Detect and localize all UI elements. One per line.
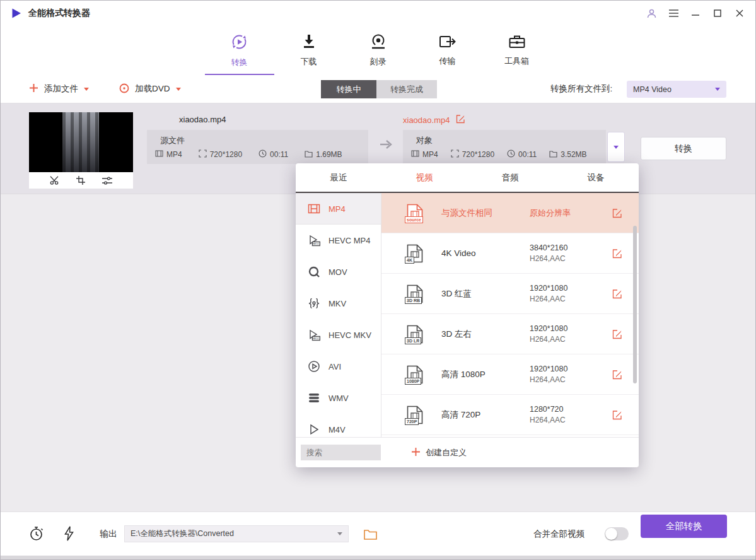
format-item-mov[interactable]: MOV: [296, 256, 381, 288]
main-area: xiaodao.mp4 源文件 MP4 720*1280 00:11 1.69M…: [1, 103, 755, 511]
duration-clock-icon: [259, 149, 267, 160]
load-dvd-button[interactable]: 加载DVD: [119, 75, 181, 103]
format-label: MP4: [329, 204, 346, 214]
video-thumbnail: [29, 112, 133, 172]
maximize-button[interactable]: [712, 8, 723, 19]
schedule-clock-icon[interactable]: [28, 526, 44, 542]
search-input[interactable]: [301, 445, 381, 460]
format-label: M4V: [329, 425, 346, 435]
matroska-braces-icon: [308, 297, 320, 310]
format-item-mp4[interactable]: MP4: [296, 193, 381, 225]
chevron-down-icon: [337, 532, 342, 535]
source-format: MP4: [166, 150, 182, 159]
preset-row-4k-video[interactable]: 4K 4K Video 3840*2160 H264,AAC: [381, 233, 639, 274]
format-item-avi[interactable]: AVI: [296, 351, 381, 382]
preset-row-hd-1080p[interactable]: 1080P 高清 1080P 1920*1080 H264,AAC: [381, 354, 639, 395]
trim-scissors-icon[interactable]: [50, 176, 59, 185]
preset-name: 4K Video: [441, 248, 530, 258]
thumbnail-photo: [62, 112, 99, 172]
app-title: 全能格式转换器: [28, 8, 90, 19]
preset-codec: H264,AAC: [530, 254, 567, 263]
minimize-button[interactable]: [690, 8, 701, 19]
nav-tab-transfer[interactable]: 传输: [413, 26, 482, 75]
load-dvd-caret-icon[interactable]: [176, 88, 181, 91]
format-item-hevc-mp4[interactable]: HEVC HEVC MP4: [296, 225, 381, 256]
nav-label: 刻录: [370, 56, 387, 67]
popup-tab-audio[interactable]: 音频: [467, 163, 553, 192]
file-format-icon: 3D RB: [407, 284, 423, 303]
source-specs: MP4 720*1280 00:11 1.69MB: [155, 149, 342, 160]
edit-preset-icon[interactable]: [612, 370, 622, 380]
output-path-input[interactable]: [131, 530, 337, 539]
effects-sliders-icon[interactable]: [102, 177, 112, 185]
popup-tab-recent[interactable]: 最近: [296, 163, 381, 192]
edit-preset-icon[interactable]: [612, 208, 622, 218]
add-files-label: 添加文件: [44, 83, 78, 95]
file-format-icon: 720P: [407, 405, 423, 424]
add-files-button[interactable]: 添加文件: [29, 75, 89, 103]
tab-converted[interactable]: 转换完成: [376, 80, 437, 98]
convert-all-button[interactable]: 全部转换: [641, 515, 727, 538]
target-format-dropdown-button[interactable]: [607, 132, 625, 162]
high-speed-bolt-icon[interactable]: [64, 526, 74, 541]
crop-icon[interactable]: [76, 176, 85, 185]
toolbar: 添加文件 加载DVD 转换中 转换完成 转换所有文件到: MP4 Video: [1, 75, 755, 103]
target-duration: 00:11: [518, 150, 537, 159]
titlebar: 全能格式转换器: [1, 1, 755, 26]
popup-tab-video[interactable]: 视频: [381, 163, 467, 192]
preset-row-3d-anaglyph[interactable]: 3D RB 3D 红蓝 1920*1080 H264,AAC: [381, 274, 639, 314]
nav-tab-burn[interactable]: 刻录: [344, 26, 413, 75]
preset-row-3d-sbs[interactable]: 3D LR 3D 左右 1920*1080 H264,AAC: [381, 314, 639, 354]
hevc-play-icon: HEVC: [308, 329, 320, 341]
dvd-icon: [119, 83, 129, 95]
create-custom-label: 创建自定义: [426, 447, 467, 458]
plus-icon: [29, 83, 38, 95]
edit-preset-icon[interactable]: [612, 410, 622, 420]
chevron-down-icon: [715, 88, 720, 91]
edit-preset-icon[interactable]: [612, 248, 622, 259]
global-format-select[interactable]: MP4 Video: [627, 81, 726, 98]
convert-file-button[interactable]: 转换: [641, 137, 726, 160]
source-duration: 00:11: [270, 150, 288, 159]
format-item-m4v[interactable]: M4V: [296, 414, 381, 437]
preset-resolution: 1920*1080: [530, 365, 567, 373]
file-format-icon: 4K: [407, 244, 423, 263]
preset-codec: H264,AAC: [530, 375, 567, 384]
nav-tab-download[interactable]: 下载: [274, 26, 344, 75]
create-custom-button[interactable]: 创建自定义: [412, 438, 467, 467]
rename-edit-icon[interactable]: [456, 114, 465, 125]
merge-toggle[interactable]: [605, 527, 629, 540]
format-item-hevc-mkv[interactable]: HEVC HEVC MKV: [296, 319, 381, 351]
footer-bar: 输出 合并全部视频 全部转换: [1, 511, 755, 556]
open-folder-button[interactable]: [364, 529, 377, 540]
menu-icon[interactable]: [668, 8, 679, 19]
output-path-select[interactable]: [124, 525, 349, 542]
format-item-wmv[interactable]: WMV: [296, 382, 381, 414]
target-resolution: 720*1280: [462, 150, 494, 159]
tab-converting[interactable]: 转换中: [321, 80, 376, 98]
popup-tab-device[interactable]: 设备: [553, 163, 639, 192]
account-icon[interactable]: [646, 8, 657, 19]
nav-tab-toolbox[interactable]: 工具箱: [482, 26, 552, 75]
target-format: MP4: [422, 150, 438, 159]
format-item-mkv[interactable]: MKV: [296, 288, 381, 319]
convert-icon: [231, 33, 248, 52]
filesize-folder-icon: [305, 150, 313, 160]
hevc-play-icon: HEVC: [308, 234, 320, 247]
edit-preset-icon[interactable]: [612, 329, 622, 339]
close-button[interactable]: [734, 8, 745, 19]
nav-tab-convert[interactable]: 转换: [205, 26, 274, 75]
preset-row-hd-720p[interactable]: 720P 高清 720P 1280*720 H264,AAC: [381, 395, 639, 435]
preset-codec: H264,AAC: [530, 416, 566, 424]
edit-preset-icon[interactable]: [612, 289, 622, 299]
add-files-caret-icon[interactable]: [84, 88, 89, 91]
source-label: 源文件: [160, 135, 185, 146]
download-icon: [301, 33, 317, 52]
file-format-icon: 3D LR: [407, 325, 423, 344]
preset-row-same-as-source[interactable]: source 与源文件相同 原始分辨率: [381, 193, 639, 233]
format-film-icon: [155, 149, 163, 160]
preset-list: source 与源文件相同 原始分辨率 4K 4K Video 3: [381, 193, 639, 437]
circled-play-icon: [308, 360, 320, 373]
target-specs: MP4 720*1280 00:11 3.52MB: [411, 149, 587, 160]
popup-scrollbar-thumb[interactable]: [633, 226, 637, 383]
